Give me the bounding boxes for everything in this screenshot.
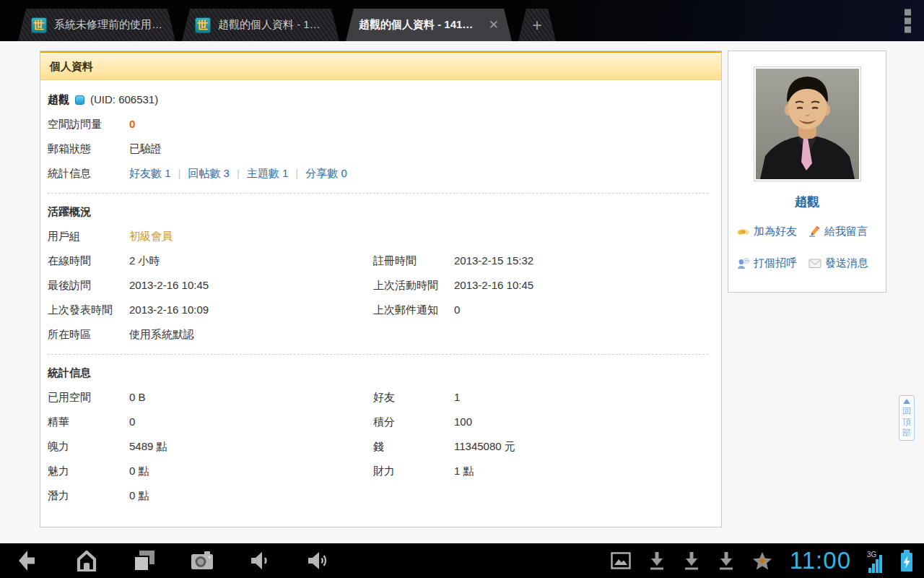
add-friend-link[interactable]: 加為好友 (737, 225, 808, 238)
profile-photo[interactable] (754, 66, 861, 181)
separator: | (295, 167, 298, 179)
row-value: 2013-2-16 10:45 (129, 273, 209, 298)
tab-1[interactable]: 世 系統未修理前的使用心得... (18, 9, 175, 41)
stats-links-row: 統計信息 好友數 1|回帖數 3|主題數 1|分享數 0 (48, 161, 708, 186)
visits-value: 0 (129, 112, 135, 137)
row-label: 好友 (373, 385, 454, 410)
side-username: 趙觀 (728, 194, 886, 210)
action-label: 打個招呼 (754, 256, 797, 270)
network-type-label: 3G (867, 551, 876, 558)
row-label: 最後訪問 (48, 273, 129, 298)
row-value: 0 (454, 298, 460, 322)
row-value: 1 (454, 385, 460, 410)
row-label: 在線時間 (48, 249, 129, 273)
row-value: 5489 點 (129, 434, 167, 459)
action-label: 給我留言 (824, 225, 868, 238)
username-row: 趙觀 (UID: 606531) (48, 87, 708, 112)
back-to-top-char: 部 (902, 428, 911, 438)
gallery-notification-icon (611, 552, 631, 569)
screen: 世 系統未修理前的使用心得... 世 趙觀的個人資料 - 141香... 趙觀的… (0, 0, 924, 578)
row-value: 11345080 元 (454, 434, 515, 459)
leave-message-link[interactable]: 給我留言 (808, 225, 880, 238)
usergroup-link[interactable]: 初級會員 (129, 224, 173, 249)
profile-card: 個人資料 趙觀 (UID: 606531) 空間訪問量 0 郵箱狀態 已驗證 統… (40, 51, 722, 527)
download-notification-icon (648, 551, 666, 570)
volume-down-icon (248, 550, 271, 571)
back-to-top-button[interactable]: 回 頂 部 (899, 395, 915, 441)
android-system-bar: 11:00 3G (0, 543, 924, 578)
new-tab-button[interactable]: + (518, 9, 556, 41)
profile-card-header: 個人資料 (40, 51, 721, 80)
shares-count-link[interactable]: 分享數 0 (305, 167, 347, 179)
row-label: 上次活動時間 (373, 273, 454, 298)
home-button[interactable] (58, 550, 116, 571)
stats-row: 魅力0 點 財力1 點 (48, 459, 708, 483)
tab-2[interactable]: 世 趙觀的個人資料 - 141香... (182, 9, 339, 41)
download-notification-icon (683, 551, 700, 570)
stats-row: 魄力5489 點 錢11345080 元 (48, 434, 708, 459)
mailbox-value: 已驗證 (129, 137, 162, 161)
signal-strength-icon: 3G (868, 549, 882, 573)
row-label: 空間訪問量 (48, 112, 129, 137)
replies-count-link[interactable]: 回帖數 3 (188, 167, 230, 179)
tab-3-active[interactable]: 趙觀的個人資料 - 141香... ✕ (346, 9, 512, 41)
row-label: 潛力 (48, 483, 129, 508)
pencil-icon (808, 225, 821, 238)
row-label: 積分 (373, 410, 454, 434)
row-label: 精華 (48, 410, 129, 434)
activity-row: 最後訪問2013-2-16 10:45 上次活動時間2013-2-16 10:4… (48, 273, 708, 298)
recent-apps-button[interactable] (116, 550, 173, 571)
tab-title: 系統未修理前的使用心得... (54, 18, 162, 32)
row-label: 上次發表時間 (48, 298, 129, 322)
row-value: 0 (129, 410, 135, 434)
instant-message-icon[interactable] (75, 95, 84, 105)
profile-card-body: 趙觀 (UID: 606531) 空間訪問量 0 郵箱狀態 已驗證 統計信息 好… (40, 80, 721, 508)
row-value: 0 點 (129, 459, 149, 483)
row-value: 2013-2-16 10:09 (129, 298, 209, 322)
row-label: 魅力 (48, 459, 129, 483)
volume-up-button[interactable] (289, 550, 346, 571)
download-notification-icon (718, 551, 735, 570)
user-side-card: 趙觀 加為好友 (728, 51, 886, 293)
mailbox-row: 郵箱狀態 已驗證 (48, 137, 708, 161)
row-label: 註冊時間 (373, 249, 454, 273)
camera-icon (190, 550, 214, 571)
friends-count-link[interactable]: 好友數 1 (129, 167, 171, 179)
divider (48, 193, 708, 194)
volume-down-button[interactable] (231, 550, 289, 571)
stats-row: 精華0 積分100 (48, 410, 708, 434)
back-button[interactable] (0, 550, 58, 571)
recent-apps-icon (133, 550, 156, 571)
up-triangle-icon (903, 399, 910, 404)
row-label: 所在時區 (48, 322, 129, 347)
screenshot-button[interactable] (173, 550, 231, 571)
row-label: 錢 (373, 434, 454, 459)
username: 趙觀 (48, 87, 69, 112)
overflow-menu-icon[interactable] (905, 9, 911, 33)
page-viewport: 個人資料 趙觀 (UID: 606531) 空間訪問量 0 郵箱狀態 已驗證 統… (0, 41, 924, 543)
send-message-link[interactable]: 發送消息 (808, 256, 880, 270)
site-favicon-icon: 世 (31, 17, 47, 33)
uid-text: (UID: 606531) (90, 87, 158, 112)
say-hi-link[interactable]: 打個招呼 (737, 256, 808, 270)
status-tray[interactable]: 11:00 3G (611, 543, 924, 578)
row-value: 2013-2-16 10:45 (454, 273, 533, 298)
row-label: 用戶組 (48, 224, 129, 249)
divider (48, 354, 708, 355)
back-to-top-char: 頂 (902, 417, 911, 427)
stats-section-title: 統計信息 (48, 361, 708, 385)
row-label: 魄力 (48, 434, 129, 459)
action-label: 發送消息 (825, 256, 868, 270)
stats-row: 潛力0 點 (48, 483, 708, 508)
separator: | (237, 167, 240, 179)
threads-count-link[interactable]: 主題數 1 (247, 167, 289, 179)
volume-up-icon (305, 550, 330, 571)
usergroup-row: 用戶組 初級會員 (48, 224, 708, 249)
close-tab-icon[interactable]: ✕ (481, 17, 499, 33)
wave-greeting-icon (737, 257, 750, 269)
tab-title: 趙觀的個人資料 - 141香... (359, 18, 481, 32)
browser-tab-bar: 世 系統未修理前的使用心得... 世 趙觀的個人資料 - 141香... 趙觀的… (0, 0, 924, 41)
profile-actions: 加為好友 給我留言 (728, 210, 886, 270)
row-label: 已用空間 (48, 385, 129, 410)
activity-row: 上次發表時間2013-2-16 10:09 上次郵件通知0 (48, 298, 708, 322)
